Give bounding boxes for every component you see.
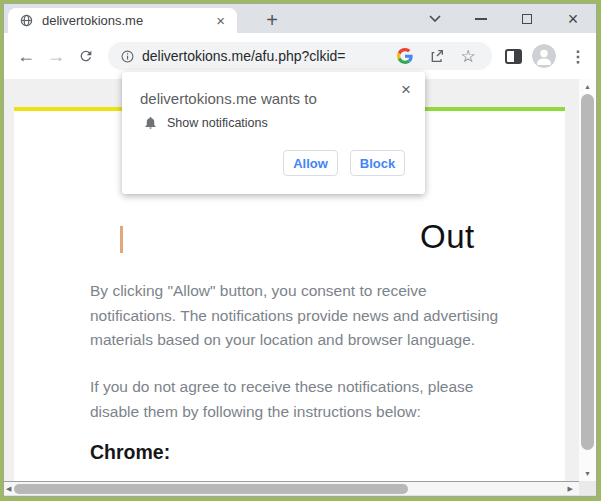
bookmark-star-icon[interactable]: ☆ <box>459 47 477 65</box>
google-g-icon[interactable] <box>396 47 414 65</box>
page-heading-fragment: Out <box>420 218 475 256</box>
tab-title: delivertokions.me <box>42 13 212 28</box>
site-favicon-globe-icon <box>20 14 33 27</box>
vertical-scrollbar[interactable]: ▲ ▼ <box>579 79 596 481</box>
window-controls: × <box>412 4 596 33</box>
intro-line: notifications. The notifications provide… <box>90 304 530 329</box>
forward-button[interactable]: → <box>42 33 70 79</box>
bell-icon <box>143 115 158 130</box>
side-panel-icon[interactable] <box>499 33 527 79</box>
intro-line: By clicking "Allow" button, you consent … <box>90 279 530 304</box>
tab-close-icon[interactable]: × <box>212 13 229 28</box>
window-close-button[interactable]: × <box>550 4 596 33</box>
notification-permission-dialog: × delivertokions.me wants to Show notifi… <box>122 72 425 194</box>
vertical-scrollbar-thumb[interactable] <box>581 94 594 450</box>
new-tab-button[interactable]: + <box>260 10 284 32</box>
share-icon[interactable] <box>428 47 446 65</box>
reload-button[interactable] <box>72 33 100 79</box>
intro-line: materials based on your location and bro… <box>90 328 530 353</box>
scroll-up-icon[interactable]: ▲ <box>579 83 596 90</box>
scroll-left-icon[interactable]: ◀ <box>6 485 11 493</box>
browser-tab[interactable]: delivertokions.me × <box>8 8 237 33</box>
menu-dots-icon[interactable]: ⋮ <box>564 33 592 79</box>
address-bar[interactable]: delivertokions.me/afu.php?clkid= ☆ <box>108 42 492 70</box>
block-button[interactable]: Block <box>350 150 405 176</box>
site-info-icon[interactable] <box>121 50 134 63</box>
window-minimize-button[interactable] <box>458 4 504 33</box>
permission-label: Show notifications <box>167 116 268 130</box>
horizontal-scrollbar-thumb[interactable] <box>14 484 408 494</box>
hidden-heading-sliver <box>120 226 123 253</box>
browser-window: delivertokions.me × + × ← → delivertoki <box>3 3 597 497</box>
disagree-paragraph: If you do not agree to receive these not… <box>90 375 530 424</box>
scroll-down-icon[interactable]: ▼ <box>579 470 596 477</box>
scrollbar-corner <box>579 481 596 495</box>
disagree-line: disable them by following the instructio… <box>90 400 530 425</box>
dialog-close-icon[interactable]: × <box>397 78 415 102</box>
back-button[interactable]: ← <box>12 33 40 79</box>
window-chevron-down-icon[interactable] <box>412 4 458 33</box>
window-maximize-button[interactable] <box>504 4 550 33</box>
disagree-line: If you do not agree to receive these not… <box>90 375 530 400</box>
tab-strip: delivertokions.me × + × <box>4 4 596 33</box>
dialog-title: delivertokions.me wants to <box>140 90 317 107</box>
scroll-right-icon[interactable]: ▶ <box>568 485 573 493</box>
chrome-section-heading: Chrome: <box>90 441 170 464</box>
intro-paragraph: By clicking "Allow" button, you consent … <box>90 279 530 353</box>
profile-avatar[interactable] <box>530 33 558 79</box>
horizontal-scrollbar[interactable]: ◀ ▶ <box>4 481 579 495</box>
allow-button[interactable]: Allow <box>283 150 338 176</box>
